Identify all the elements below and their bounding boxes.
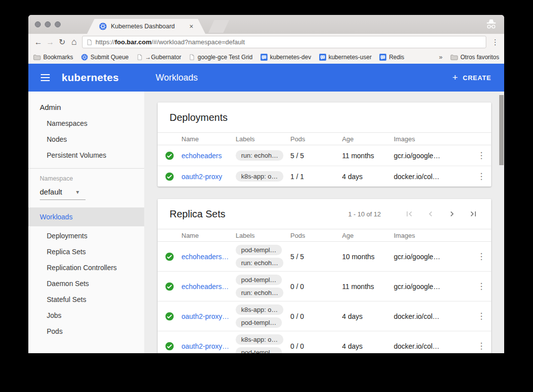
row-actions-icon[interactable]: ⋮ — [477, 341, 486, 351]
sidebar-item-admin[interactable]: Admin — [28, 99, 144, 115]
pods-cell: 1 / 1 — [290, 173, 342, 181]
forward-button[interactable]: → — [44, 38, 56, 47]
label-chip: pod-templ… — [236, 347, 282, 353]
last-page-button[interactable] — [467, 208, 479, 220]
bookmark-item[interactable]: kubernetes-user — [319, 54, 372, 61]
bookmark-item[interactable]: kubernetes-dev — [261, 54, 311, 61]
sidebar-item-persistent-volumes[interactable]: Persistent Volumes — [28, 147, 144, 163]
chevron-right-icon — [447, 209, 457, 219]
kubernetes-icon — [81, 54, 88, 61]
minimize-window-button[interactable] — [45, 21, 51, 27]
deployments-table-header: Name Labels Pods Age Images — [158, 132, 491, 145]
sidebar-item-stateful-sets[interactable]: Stateful Sets — [28, 292, 144, 307]
plus-icon: + — [452, 72, 458, 83]
replica-sets-card: Replica Sets 1 - 10 of 12 Name Labels — [158, 199, 491, 353]
resource-link[interactable]: echoheaders… — [181, 253, 236, 261]
back-button[interactable]: ← — [32, 38, 44, 47]
app-body: Admin Namespaces Nodes Persistent Volume… — [28, 92, 504, 353]
sidebar-item-deployments[interactable]: Deployments — [28, 228, 144, 244]
page-icon — [137, 54, 143, 61]
sidebar-divider — [28, 168, 144, 169]
resource-link[interactable]: oauth2-proxy… — [181, 342, 236, 350]
resource-link[interactable]: oauth2-proxy… — [181, 312, 236, 320]
column-header-pods: Pods — [290, 135, 342, 143]
replica-sets-card-header: Replica Sets 1 - 10 of 12 — [158, 199, 491, 229]
bookmark-item[interactable]: Submit Queue — [81, 54, 129, 61]
previous-page-button[interactable] — [425, 208, 437, 220]
column-header-age: Age — [342, 232, 394, 239]
resource-link[interactable]: echoheaders — [181, 152, 236, 160]
groups-icon — [319, 54, 326, 61]
deployments-card: Deployments Name Labels Pods Age Images … — [158, 102, 491, 187]
next-page-button[interactable] — [446, 208, 458, 220]
browser-tab[interactable]: Kubernetes Dashboard × — [87, 19, 205, 34]
table-row: echoheaders run: echoh… 5 / 5 11 months … — [158, 145, 491, 166]
sidebar-item-pods[interactable]: Pods — [28, 323, 144, 339]
bookmark-item[interactable]: Redis — [379, 54, 404, 61]
pods-cell: 0 / 0 — [290, 312, 342, 320]
screenshot-stage: Kubernetes Dashboard × ← → ↻ ⌂ — [0, 0, 533, 392]
first-page-button[interactable] — [403, 208, 415, 220]
bookmarks-overflow-icon[interactable]: » — [439, 53, 443, 61]
bookmark-folder-otros[interactable]: Otros favoritos — [450, 54, 499, 61]
pagination-range: 1 - 10 of 12 — [348, 210, 381, 218]
row-actions-icon[interactable]: ⋮ — [477, 311, 486, 321]
browser-window: Kubernetes Dashboard × ← → ↻ ⌂ — [28, 15, 504, 353]
pods-cell: 5 / 5 — [290, 253, 342, 261]
status-ok-icon — [165, 172, 175, 182]
table-row: oauth2-proxy… k8s-app: o… pod-templ… 0 /… — [158, 301, 491, 331]
images-cell: docker.io/col… — [394, 342, 471, 350]
sidebar-item-nodes[interactable]: Nodes — [28, 131, 144, 147]
pods-cell: 5 / 5 — [290, 152, 342, 160]
url-input[interactable]: https://foo.bar.com/#/workload?namespace… — [82, 36, 486, 48]
age-cell: 11 months — [342, 283, 394, 291]
home-button[interactable]: ⌂ — [68, 37, 80, 47]
column-header-pods: Pods — [290, 232, 342, 239]
sidebar-item-jobs[interactable]: Jobs — [28, 307, 144, 323]
status-ok-icon — [165, 252, 175, 262]
row-actions-icon[interactable]: ⋮ — [477, 251, 486, 262]
scrollbar-thumb[interactable] — [499, 95, 504, 165]
browser-menu-button[interactable]: ⋮ — [490, 38, 500, 47]
groups-icon — [261, 54, 267, 61]
create-button[interactable]: + CREATE — [452, 72, 491, 83]
folder-icon — [33, 54, 41, 60]
reload-button[interactable]: ↻ — [56, 37, 68, 47]
bookmark-item[interactable]: google-gce Test Grid — [189, 54, 253, 61]
resource-link[interactable]: echoheaders… — [181, 283, 236, 291]
chevron-left-icon — [426, 209, 436, 219]
hamburger-menu-icon[interactable] — [41, 74, 50, 81]
column-header-images: Images — [394, 232, 471, 239]
sidebar-item-replica-sets[interactable]: Replica Sets — [28, 244, 144, 260]
replica-sets-table-header: Name Labels Pods Age Images — [158, 229, 491, 242]
age-cell: 4 days — [342, 342, 394, 350]
bookmark-item[interactable]: Bookmarks — [33, 54, 73, 61]
new-tab-button[interactable] — [208, 20, 229, 33]
bookmark-item[interactable]: →Gubernator — [137, 54, 181, 61]
sidebar-item-daemon-sets[interactable]: Daemon Sets — [28, 276, 144, 292]
age-cell: 4 days — [342, 312, 394, 320]
namespace-select[interactable]: default ▾ — [28, 188, 144, 196]
age-cell: 10 months — [342, 253, 394, 261]
tab-close-icon[interactable]: × — [189, 22, 193, 30]
chevron-down-icon: ▾ — [76, 189, 79, 196]
sidebar-item-replication-controllers[interactable]: Replication Controllers — [28, 260, 144, 276]
main-content: Deployments Name Labels Pods Age Images … — [144, 92, 504, 353]
sidebar-item-namespaces[interactable]: Namespaces — [28, 115, 144, 131]
namespace-label: Namespace — [28, 175, 144, 182]
row-actions-icon[interactable]: ⋮ — [477, 281, 486, 292]
age-cell: 11 months — [342, 152, 394, 160]
sidebar-item-workloads[interactable]: Workloads — [28, 207, 144, 226]
row-actions-icon[interactable]: ⋮ — [477, 171, 486, 182]
first-page-icon — [404, 209, 414, 219]
row-actions-icon[interactable]: ⋮ — [477, 150, 486, 161]
status-ok-icon — [165, 282, 175, 292]
column-header-name: Name — [181, 232, 236, 239]
resource-link[interactable]: oauth2-proxy — [181, 173, 236, 181]
zoom-window-button[interactable] — [55, 21, 61, 27]
label-chip: k8s-app: o… — [236, 334, 283, 345]
close-window-button[interactable] — [35, 21, 41, 27]
label-chip: k8s-app: o… — [236, 304, 283, 315]
url-text: https://foo.bar.com/#/workload?namespace… — [95, 38, 245, 46]
app-logo[interactable]: kubernetes — [62, 72, 119, 84]
